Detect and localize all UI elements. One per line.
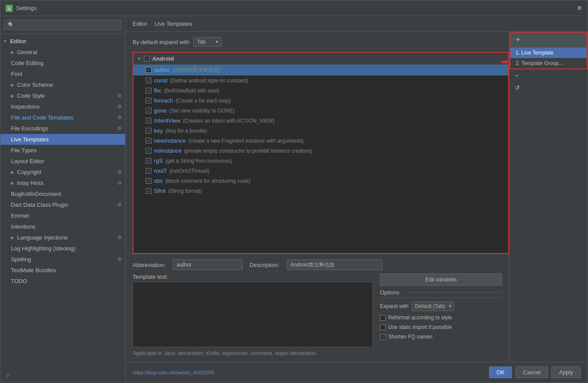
rouit-checkbox[interactable]: ✓ [146, 168, 151, 174]
abbreviation-input[interactable] [173, 260, 243, 270]
menu-item-live-template[interactable]: 1. Live Template [510, 48, 587, 58]
static-import-label: Use static import if possible [388, 324, 452, 330]
sidebar-item-font[interactable]: Font [0, 68, 125, 79]
newinstance-abbr: newInstance [154, 137, 186, 144]
sidebar-item-file-code-templates[interactable]: File and Code Templates ⚙ [0, 112, 125, 123]
add-button[interactable]: + [510, 33, 587, 48]
android-group-checkbox[interactable]: ✓ [144, 56, 150, 62]
description-input[interactable] [287, 260, 383, 270]
close-button[interactable]: ✕ [577, 4, 582, 12]
sidebar-item-copyright[interactable]: ▶ Copyright ⚙ [0, 167, 125, 178]
sidebar-item-editor[interactable]: ▼ Editor [0, 36, 125, 47]
expand-dropdown[interactable]: Tab Enter Space [193, 37, 222, 47]
right-panel: + 1. Live Template 2. Template Group... … [509, 32, 588, 362]
template-textarea[interactable] [133, 282, 373, 347]
dart-settings-icon: ⚙ [117, 202, 122, 208]
foreach-desc: (Create a for each loop) [175, 98, 231, 104]
sidebar-item-emmet[interactable]: Emmet [0, 210, 125, 221]
sfmt-checkbox[interactable]: ✓ [146, 188, 151, 194]
key-desc: (Key for a bundle) [165, 128, 207, 134]
sidebar-item-dart[interactable]: Dart Data Class Plugin ⚙ [0, 199, 125, 210]
menu-item-template-group[interactable]: 2. Template Group... [510, 58, 587, 68]
sidebar-item-inlay-hints[interactable]: ▶ Inlay Hints ⚙ [0, 178, 125, 188]
file-types-label: File Types [11, 147, 37, 154]
remove-button[interactable]: − [509, 69, 588, 82]
sidebar-item-log-highlighting[interactable]: Log Highlighting (Ideolog) [0, 243, 125, 254]
sidebar-item-spelling[interactable]: Spelling ⚙ [0, 254, 125, 265]
sbc-checkbox[interactable]: ✓ [146, 178, 151, 184]
template-item-intentview[interactable]: ✓ IntentView (Creates an Intent with ACT… [133, 116, 508, 126]
reformat-checkbox[interactable] [380, 315, 386, 321]
template-item-sfmt[interactable]: ✓ Sfmt (String format) [133, 186, 508, 196]
author-checkbox[interactable]: ✓ [146, 67, 151, 73]
android-group-header[interactable]: ▼ ✓ Android [133, 53, 508, 65]
file-code-templates-settings-icon: ⚙ [117, 115, 122, 120]
sidebar-item-live-templates[interactable]: Live Templates [0, 134, 125, 145]
font-label: Font [11, 71, 22, 77]
apply-button[interactable]: Apply [551, 366, 581, 378]
description-label: Description: [250, 262, 280, 268]
intentview-checkbox[interactable]: ✓ [146, 118, 151, 123]
template-item-rgs[interactable]: ✓ rgS (get a String from resources) [133, 156, 508, 166]
gone-checkbox[interactable]: ✓ [146, 108, 151, 113]
search-input[interactable] [4, 20, 122, 30]
static-import-checkbox[interactable] [380, 325, 386, 330]
edit-variables-button[interactable]: Edit variables [380, 274, 502, 286]
sidebar-item-textmate[interactable]: TextMate Bundles [0, 265, 125, 276]
cancel-button[interactable]: Cancel [516, 366, 548, 378]
sidebar-item-code-style[interactable]: ▶ Code Style ⚙ [0, 90, 125, 101]
layout-editor-label: Layout Editor [11, 158, 44, 164]
foreach-checkbox[interactable]: ✓ [146, 98, 151, 103]
footer-link[interactable]: https://blog.csdn.net/weixin_43232955 [133, 370, 214, 375]
template-item-gone[interactable]: ✓ gone (Set view visibility to GONE) [133, 106, 508, 116]
intentions-label: Intentions [11, 223, 35, 230]
shorten-fq-row: Shorten FQ names [380, 334, 502, 340]
emmet-label: Emmet [11, 212, 29, 219]
key-checkbox[interactable]: ✓ [146, 128, 151, 133]
sidebar-item-color-scheme[interactable]: ▶ Color Scheme [0, 79, 125, 90]
noinstance-checkbox[interactable]: ✓ [146, 148, 151, 154]
sidebar-list: ▼ Editor ▶ General Code Editing Font ▶ C… [0, 34, 125, 369]
undo-button[interactable]: ↺ [509, 82, 588, 93]
language-injections-label: Language Injections [17, 234, 68, 241]
sidebar-item-inspections[interactable]: Inspections ⚙ [0, 101, 125, 112]
template-item-rouit[interactable]: ✓ rouiT (runOnUIThread) [133, 166, 508, 176]
sidebar-item-layout-editor[interactable]: Layout Editor [0, 156, 125, 167]
abbreviation-label: Abbreviation: [133, 262, 166, 268]
template-item-noinstance[interactable]: ✓ noInstance (private empty constructor … [133, 146, 508, 156]
color-scheme-arrow: ▶ [11, 82, 14, 87]
file-code-templates-label: File and Code Templates [11, 114, 74, 121]
template-item-newinstance[interactable]: ✓ newInstance (create a new Fragment ins… [133, 136, 508, 146]
const-checkbox[interactable]: ✓ [146, 78, 151, 83]
newinstance-desc: (create a new Fragment instance with arg… [188, 138, 304, 144]
newinstance-checkbox[interactable]: ✓ [146, 138, 151, 144]
templates-panel: By default expand with Tab Enter Space [126, 32, 509, 362]
help-button[interactable]: ? [0, 369, 125, 383]
fbc-checkbox[interactable]: ✓ [146, 88, 151, 93]
template-item-const[interactable]: ✓ const (Define android style int consta… [133, 75, 508, 85]
template-item-fbc[interactable]: ✓ fbc (findViewByld with cast) [133, 85, 508, 96]
expand-with-select-wrap: Default (Tab) Tab Enter Space [412, 301, 454, 311]
ok-button[interactable]: OK [489, 366, 512, 378]
template-item-author[interactable]: ✓ author (Android类注释信息) [133, 65, 508, 75]
sidebar-item-intentions[interactable]: Intentions [0, 221, 125, 232]
color-scheme-label: Color Scheme [17, 82, 53, 88]
sidebar-item-file-types[interactable]: File Types [0, 145, 125, 156]
key-abbr: key [154, 127, 163, 134]
sidebar-item-language-injections[interactable]: ▶ Language Injections ⚙ [0, 232, 125, 243]
template-item-key[interactable]: ✓ key (Key for a bundle) [133, 126, 508, 136]
sidebar-item-code-editing[interactable]: Code Editing [0, 58, 125, 68]
sidebar-item-file-encodings[interactable]: File Encodings ⚙ [0, 123, 125, 134]
arrow-indicator: ➡ [500, 56, 508, 68]
expand-dropdown-wrap: Tab Enter Space [193, 37, 222, 47]
sidebar-item-bugkotlin[interactable]: BugKotlinDocument [0, 188, 125, 199]
rgs-checkbox[interactable]: ✓ [146, 158, 151, 164]
sidebar-item-todo[interactable]: TODO [0, 276, 125, 287]
todo-label: TODO [11, 278, 27, 284]
options-panel: Edit variables Options Expand with [380, 274, 502, 356]
sidebar-item-general[interactable]: ▶ General [0, 47, 125, 58]
shorten-fq-checkbox[interactable] [380, 334, 386, 340]
expand-with-select[interactable]: Default (Tab) Tab Enter Space [412, 301, 454, 311]
template-item-foreach[interactable]: ✓ foreach (Create a for each loop) [133, 96, 508, 106]
template-item-sbc[interactable]: ✓ sbc (block comment for structuring cod… [133, 176, 508, 186]
